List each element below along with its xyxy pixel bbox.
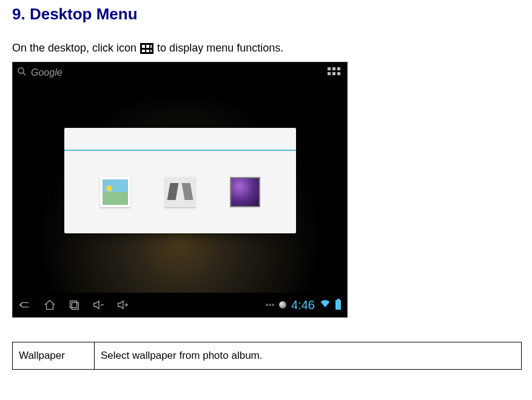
screenshot-frame: Google 4:46 (12, 62, 348, 318)
wifi-icon (320, 298, 331, 312)
battery-icon (335, 300, 341, 310)
svg-line-1 (23, 73, 25, 75)
svg-rect-3 (72, 302, 78, 309)
search-icon (16, 66, 27, 79)
search-bar[interactable]: Google (16, 66, 62, 79)
section-heading: 9. Desktop Menu (12, 5, 520, 24)
back-icon[interactable] (19, 298, 32, 312)
home-icon[interactable] (43, 298, 56, 312)
search-label: Google (31, 67, 62, 78)
dialog-header (64, 128, 296, 151)
nav-bar: 4:46 (13, 293, 347, 317)
table-cell-label: Wallpaper (13, 342, 95, 370)
svg-rect-2 (70, 301, 77, 308)
status-area[interactable]: 4:46 (266, 298, 341, 312)
table-cell-desc: Select wallpaper from photo album. (95, 342, 522, 370)
recent-apps-icon[interactable] (67, 298, 81, 312)
live-wallpapers-option-icon[interactable] (165, 177, 195, 207)
wallpapers-option-icon[interactable] (230, 177, 260, 207)
volume-down-icon[interactable] (92, 298, 105, 312)
table-row: Wallpaper Select wallpaper from photo al… (13, 342, 522, 370)
intro-after: to display menu functions. (157, 42, 283, 55)
dialog-options (64, 151, 296, 233)
status-clock: 4:46 (291, 298, 315, 312)
apps-grid-icon (140, 43, 153, 54)
svg-point-0 (18, 68, 24, 73)
more-indicator-icon (266, 304, 274, 306)
volume-up-icon[interactable] (116, 298, 129, 312)
wallpaper-dialog (64, 128, 296, 233)
intro-before: On the desktop, click icon (12, 42, 136, 55)
app-notification-icon (279, 301, 286, 308)
intro-text: On the desktop, click icon to display me… (12, 42, 520, 55)
apps-launcher-icon[interactable] (328, 67, 341, 76)
gallery-option-icon[interactable] (100, 177, 130, 207)
options-table: Wallpaper Select wallpaper from photo al… (12, 342, 522, 370)
